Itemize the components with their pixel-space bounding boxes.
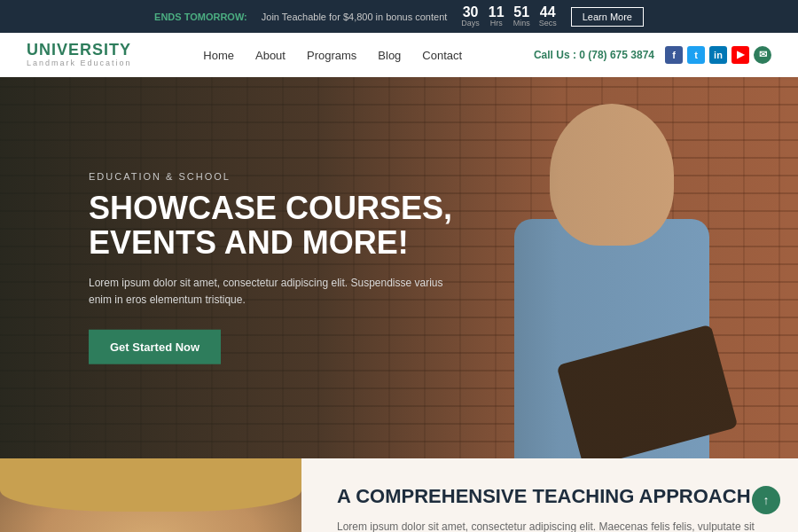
linkedin-icon[interactable]: in	[709, 46, 727, 64]
countdown-hrs: 11 Hrs	[489, 5, 505, 27]
countdown-hrs-num: 11	[489, 5, 505, 20]
section-description: Lorem ipsum dolor sit amet, consectetur …	[337, 519, 763, 532]
person-hair	[0, 458, 301, 512]
phone-number: 0 (78) 675 3874	[579, 49, 654, 61]
logo-sub: Landmark Education	[27, 59, 132, 68]
countdown-days-num: 30	[463, 5, 479, 20]
call-us: Call Us : 0 (78) 675 3874	[534, 49, 654, 61]
twitter-icon[interactable]: t	[687, 46, 705, 64]
email-icon[interactable]: ✉	[754, 46, 771, 64]
countdown-mins-num: 51	[513, 5, 529, 20]
countdown-secs: 44 Secs	[539, 5, 557, 27]
teaching-image	[0, 458, 301, 532]
countdown-days: 30 Days	[461, 5, 480, 27]
logo-main: UNIVERSITY	[27, 42, 132, 59]
section-title: A COMPREHENSIVE TEACHING APPROACH	[337, 485, 763, 508]
social-icons: f t in ▶ ✉	[665, 46, 771, 64]
bottom-section: A COMPREHENSIVE TEACHING APPROACH Lorem …	[0, 458, 798, 532]
youtube-icon[interactable]: ▶	[732, 46, 749, 64]
nav-programs[interactable]: Programs	[307, 49, 356, 62]
nav-contact[interactable]: Contact	[422, 49, 462, 62]
nav-home[interactable]: Home	[203, 49, 234, 62]
learn-more-button[interactable]: Learn More	[571, 7, 644, 27]
hero-section: EDUCATION & SCHOOL SHOWCASE COURSES, EVE…	[0, 77, 798, 458]
hero-tag: EDUCATION & SCHOOL	[89, 170, 461, 181]
nav-right: Call Us : 0 (78) 675 3874 f t in ▶ ✉	[534, 46, 771, 64]
scroll-to-top-button[interactable]: ↑	[752, 486, 780, 514]
banner-ends-text: Join Teachable for $4,800 in bonus conte…	[262, 12, 448, 22]
hero-description: Lorem ipsum dolor sit amet, consectetur …	[89, 275, 461, 309]
nav-blog[interactable]: Blog	[378, 49, 401, 62]
hero-title: SHOWCASE COURSES, EVENTS AND MORE!	[89, 190, 461, 260]
top-banner: ENDS TOMORROW: Join Teachable for $4,800…	[0, 0, 798, 33]
get-started-button[interactable]: Get Started Now	[89, 330, 221, 364]
logo[interactable]: UNIVERSITY Landmark Education	[27, 42, 132, 68]
countdown-days-label: Days	[461, 20, 480, 27]
facebook-icon[interactable]: f	[665, 46, 683, 64]
countdown-container: 30 Days 11 Hrs 51 Mins 44 Secs	[461, 5, 556, 27]
countdown-hrs-label: Hrs	[490, 20, 503, 27]
countdown-mins-label: Mins	[513, 20, 530, 27]
call-us-label: Call Us :	[534, 49, 576, 61]
nav-links: Home About Programs Blog Contact	[203, 47, 462, 63]
countdown-mins: 51 Mins	[513, 5, 530, 27]
banner-ends-label: ENDS TOMORROW:	[154, 12, 247, 22]
countdown-secs-num: 44	[540, 5, 556, 20]
hero-content: EDUCATION & SCHOOL SHOWCASE COURSES, EVE…	[89, 170, 461, 364]
teaching-content: A COMPREHENSIVE TEACHING APPROACH Lorem …	[301, 458, 798, 532]
nav-about[interactable]: About	[255, 49, 286, 62]
navbar: UNIVERSITY Landmark Education Home About…	[0, 33, 798, 77]
countdown-secs-label: Secs	[539, 20, 557, 27]
